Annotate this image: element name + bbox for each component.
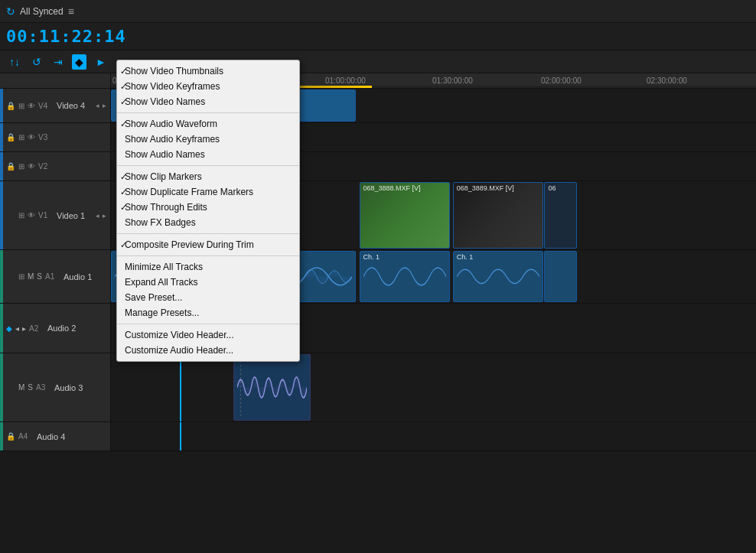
menu-label-expand-all-tracks: Expand All Tracks xyxy=(125,277,197,288)
menu-item-composite-preview[interactable]: Composite Preview During Trim xyxy=(117,237,299,252)
track-header-a1: 🔒 ⊞ M S A1 Audio 1 xyxy=(0,250,111,303)
track-mute-a1[interactable]: M xyxy=(28,272,34,281)
track-icon-v4-vis[interactable]: 👁 xyxy=(28,102,35,110)
ctrl-prev-v1[interactable]: ◂ xyxy=(95,211,100,220)
v1-clip-3[interactable]: 06 xyxy=(544,182,576,249)
track-row-a2: ◆ ◂ ▸ A2 Audio 2 xyxy=(0,304,756,353)
menu-label-show-through-edits: Show Through Edits xyxy=(125,202,207,213)
ruler-time-5: 02:30:00:00 xyxy=(647,76,687,85)
context-menu: Show Video Thumbnails Show Video Keyfram… xyxy=(116,60,300,362)
track-name-v4: Video 4 xyxy=(57,101,92,110)
playhead-a4 xyxy=(180,422,181,451)
a1-clip-3[interactable]: Ch. 1 xyxy=(453,251,543,302)
menu-item-customize-video-header[interactable]: Customize Video Header... xyxy=(117,327,299,343)
track-mute-a3[interactable]: M xyxy=(18,383,24,392)
lock-icon-v2: 🔒 xyxy=(6,162,15,171)
timecode-display: 00:11:22:14 xyxy=(6,27,126,46)
track-icon-v3-eye[interactable]: ⊞ xyxy=(18,133,24,142)
a1-clip-4[interactable] xyxy=(544,251,576,302)
all-synced-label: All Synced xyxy=(20,6,64,17)
menu-label-save-preset: Save Preset... xyxy=(125,292,182,303)
menu-sep-3 xyxy=(117,233,299,234)
menu-item-save-preset[interactable]: Save Preset... xyxy=(117,290,299,305)
track-row-a4: 🔒 A4 Audio 4 xyxy=(0,422,756,451)
v1-clip3-label: 06 xyxy=(548,184,556,192)
menu-item-customize-audio-header[interactable]: Customize Audio Header... xyxy=(117,343,299,358)
track-content-a3[interactable] xyxy=(111,353,756,421)
menu-item-show-audio-names[interactable]: Show Audio Names xyxy=(117,147,299,162)
menu-sep-5 xyxy=(117,324,299,324)
track-icon-v2-eye[interactable]: ⊞ xyxy=(18,162,24,171)
track-name-a4: Audio 4 xyxy=(37,432,107,441)
track-content-a4[interactable] xyxy=(111,422,756,451)
menu-label-show-video-keyframes: Show Video Keyframes xyxy=(125,81,220,92)
track-row-v1: 🔒 ⊞ 👁 V1 Video 1 ◂ ▸ 068_3888.MXF [V] 06… xyxy=(0,181,756,250)
header-controls-v1: ◂ ▸ xyxy=(95,211,107,220)
waveform-svg-a3 xyxy=(237,356,307,418)
hamburger-icon[interactable]: ≡ xyxy=(68,5,74,18)
v1-clip-2[interactable]: 068_3889.MXF [V] xyxy=(453,182,543,249)
lock-icon-v1: 🔒 xyxy=(6,211,15,220)
v1-clip-1[interactable]: 068_3888.MXF [V] xyxy=(360,182,450,249)
track-icon-a2-1[interactable]: ◂ xyxy=(15,324,19,333)
track-icon-v1-eye[interactable]: ⊞ xyxy=(18,211,24,220)
track-solo-a3[interactable]: S xyxy=(28,383,33,392)
menu-item-show-duplicate-frame-markers[interactable]: Show Duplicate Frame Markers xyxy=(117,184,299,200)
track-row-a3: 🔒 M S A3 Audio 3 xyxy=(0,353,756,422)
menu-label-show-video-names: Show Video Names xyxy=(125,96,205,107)
lock-icon-v4: 🔒 xyxy=(6,102,15,110)
menu-item-show-video-thumbnails[interactable]: Show Video Thumbnails xyxy=(117,63,299,79)
ruler-time-3: 01:30:00:00 xyxy=(432,76,473,85)
toolbar-icon-3[interactable]: ⇥ xyxy=(51,54,66,70)
menu-item-show-audio-keyframes[interactable]: Show Audio Keyframes xyxy=(117,132,299,147)
menu-label-show-audio-waveform: Show Audio Waveform xyxy=(125,119,217,129)
toolbar-icon-5[interactable]: ► xyxy=(93,54,109,70)
a1-clip3-label: Ch. 1 xyxy=(457,253,474,261)
v1-clip2-label: 068_3889.MXF [V] xyxy=(457,184,514,192)
lock-icon-v3: 🔒 xyxy=(6,133,15,142)
track-number-v1: V1 xyxy=(38,211,54,220)
track-header-a3: 🔒 M S A3 Audio 3 xyxy=(0,353,111,421)
toolbar-icon-4[interactable]: ◆ xyxy=(72,54,86,70)
track-icon-v3-vis[interactable]: 👁 xyxy=(28,133,35,142)
ruler-time-2: 01:00:00:00 xyxy=(325,76,366,85)
menu-item-show-video-names[interactable]: Show Video Names xyxy=(117,94,299,109)
track-solo-a1[interactable]: S xyxy=(37,272,42,281)
track-icon-a1-1[interactable]: ⊞ xyxy=(18,272,24,281)
menu-sep-1 xyxy=(117,112,299,113)
toolbar-icon-1[interactable]: ↑↓ xyxy=(6,54,23,70)
menu-item-expand-all-tracks[interactable]: Expand All Tracks xyxy=(117,275,299,290)
timeline-tracks: 🔒 ⊞ 👁 V4 Video 4 ◂ ▸ 🔒 ⊞ 👁 V3 xyxy=(0,89,756,451)
track-row-v2: 🔒 ⊞ 👁 V2 xyxy=(0,152,756,181)
track-name-v1: Video 1 xyxy=(57,211,92,220)
lock-icon-a4: 🔒 xyxy=(6,432,15,441)
track-header-v3: 🔒 ⊞ 👁 V3 xyxy=(0,123,111,151)
track-header-a4: 🔒 A4 Audio 4 xyxy=(0,422,111,451)
menu-item-show-through-edits[interactable]: Show Through Edits xyxy=(117,200,299,215)
ctrl-next-v1[interactable]: ▸ xyxy=(102,211,107,220)
track-icon-v1-vis[interactable]: 👁 xyxy=(28,211,35,220)
track-icon-a2-2[interactable]: ▸ xyxy=(22,324,26,333)
menu-item-show-clip-markers[interactable]: Show Clip Markers xyxy=(117,169,299,184)
track-number-v2: V2 xyxy=(38,162,54,171)
menu-label-customize-video-header: Customize Video Header... xyxy=(125,330,234,340)
a1-clip-2[interactable]: Ch. 1 xyxy=(360,251,450,302)
menu-item-minimize-all-tracks[interactable]: Minimize All Tracks xyxy=(117,259,299,275)
a3-clip-1[interactable] xyxy=(233,354,311,421)
timecode-bar: 00:11:22:14 xyxy=(0,23,756,50)
menu-item-show-fx-badges[interactable]: Show FX Badges xyxy=(117,215,299,230)
ctrl-next-v4[interactable]: ▸ xyxy=(102,101,107,110)
track-name-a3: Audio 3 xyxy=(54,383,107,392)
menu-label-show-audio-keyframes: Show Audio Keyframes xyxy=(125,134,220,145)
track-icon-v2-vis[interactable]: 👁 xyxy=(28,162,35,171)
menu-item-show-video-keyframes[interactable]: Show Video Keyframes xyxy=(117,79,299,94)
track-icon-v4-eye[interactable]: ⊞ xyxy=(18,102,24,110)
track-header-v1: 🔒 ⊞ 👁 V1 Video 1 ◂ ▸ xyxy=(0,181,111,249)
ctrl-prev-v4[interactable]: ◂ xyxy=(95,101,100,110)
menu-item-show-audio-waveform[interactable]: Show Audio Waveform xyxy=(117,116,299,132)
toolbar-icon-2[interactable]: ↺ xyxy=(29,54,44,70)
timeline-ruler: 00:00 00:30:00:00 01:00:00:00 01:30:00:0… xyxy=(0,73,756,89)
menu-item-manage-presets[interactable]: Manage Presets... xyxy=(117,305,299,320)
track-row-a1: 🔒 ⊞ M S A1 Audio 1 Ch. 1 xyxy=(0,250,756,304)
ruler-track-header xyxy=(0,73,111,88)
